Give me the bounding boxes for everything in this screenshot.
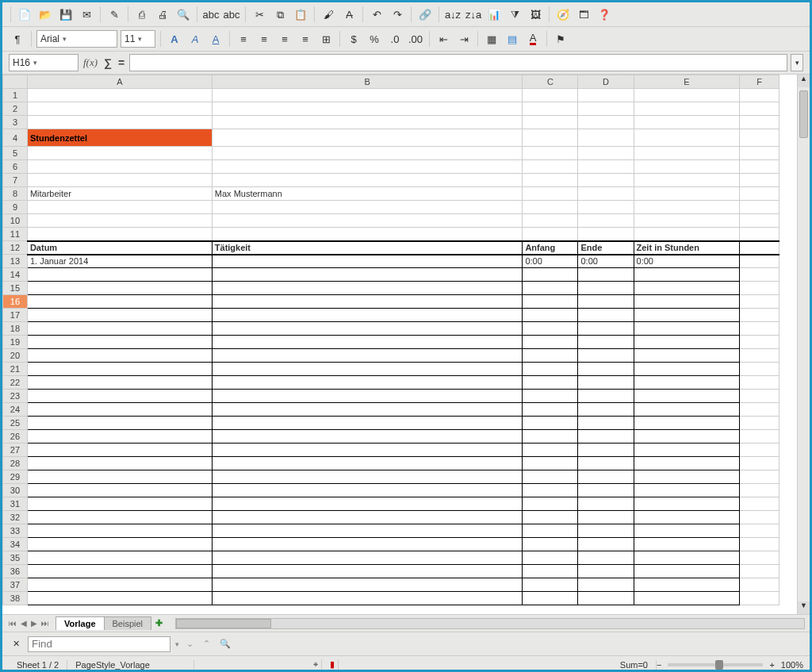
cell[interactable]: [523, 174, 578, 187]
print-preview-icon[interactable]: 🔍: [174, 6, 192, 23]
cell[interactable]: [212, 417, 523, 430]
cell[interactable]: [740, 282, 779, 295]
merge-cells-icon[interactable]: ⊞: [317, 30, 335, 48]
cell[interactable]: [740, 201, 779, 214]
row-header[interactable]: 38: [3, 592, 28, 605]
cell[interactable]: [740, 241, 779, 255]
row-header[interactable]: 29: [3, 470, 28, 484]
find-dropdown-icon[interactable]: ▾: [175, 640, 179, 648]
cell[interactable]: [212, 565, 523, 578]
cell[interactable]: [27, 551, 212, 565]
cell[interactable]: [523, 524, 578, 538]
cell[interactable]: [634, 565, 740, 578]
find-prev-icon[interactable]: ⌃: [201, 639, 213, 649]
zoom-knob[interactable]: [715, 660, 723, 670]
cell[interactable]: [523, 336, 578, 349]
tab-prev-icon[interactable]: ◀: [19, 619, 29, 628]
cell[interactable]: [523, 228, 578, 241]
undo-icon[interactable]: ↶: [368, 6, 385, 23]
cell[interactable]: [740, 390, 779, 403]
row-header[interactable]: 7: [3, 174, 28, 187]
copy-icon[interactable]: ⧉: [271, 6, 289, 23]
horizontal-scrollbar[interactable]: [175, 618, 805, 629]
cell[interactable]: [578, 201, 634, 214]
cell[interactable]: [523, 565, 578, 578]
background-color-icon[interactable]: ▤: [504, 30, 521, 48]
sheet-tab-beispiel[interactable]: Beispiel: [104, 616, 152, 630]
cell[interactable]: [27, 376, 212, 390]
cell[interactable]: [212, 578, 523, 592]
cell[interactable]: [523, 538, 578, 551]
cell[interactable]: [740, 228, 779, 241]
cell[interactable]: [634, 228, 740, 241]
cell[interactable]: [523, 390, 578, 403]
spreadsheet-grid[interactable]: ABCDEF 1234Stundenzettel5678MitarbeiterM…: [2, 75, 779, 605]
table-data-cell[interactable]: 1. Januar 2014: [27, 255, 212, 268]
cell[interactable]: [212, 214, 523, 228]
cell[interactable]: [27, 390, 212, 403]
cell[interactable]: [212, 336, 523, 349]
row-header[interactable]: 11: [3, 228, 28, 241]
cell[interactable]: [740, 336, 779, 349]
cell[interactable]: [578, 116, 634, 129]
cell[interactable]: [740, 497, 779, 511]
cell[interactable]: [578, 309, 634, 322]
filter-icon[interactable]: ⧩: [506, 6, 523, 23]
table-header-cell[interactable]: Tätigkeit: [212, 241, 523, 255]
cell[interactable]: [634, 129, 740, 147]
sheet-tab-vorlage[interactable]: Vorlage: [56, 616, 105, 630]
cell[interactable]: [740, 511, 779, 524]
cell[interactable]: [578, 417, 634, 430]
row-header[interactable]: 22: [3, 376, 28, 390]
cell[interactable]: [27, 470, 212, 484]
row-header[interactable]: 32: [3, 511, 28, 524]
cell[interactable]: [634, 524, 740, 538]
align-center-icon[interactable]: ≡: [255, 30, 273, 48]
column-header[interactable]: B: [212, 75, 523, 89]
table-data-cell[interactable]: 0:00: [523, 255, 578, 268]
cell[interactable]: [578, 322, 634, 336]
cell[interactable]: [634, 336, 740, 349]
cell[interactable]: [27, 201, 212, 214]
cell[interactable]: [578, 524, 634, 538]
scroll-up-icon[interactable]: ▲: [798, 75, 810, 87]
cell[interactable]: [578, 282, 634, 295]
percent-icon[interactable]: %: [366, 30, 383, 48]
cell[interactable]: [212, 349, 523, 363]
hscroll-thumb[interactable]: [176, 619, 271, 628]
row-header[interactable]: 20: [3, 349, 28, 363]
close-find-icon[interactable]: ✕: [9, 637, 23, 651]
cell[interactable]: [578, 376, 634, 390]
cell[interactable]: [740, 187, 779, 201]
cell[interactable]: [578, 390, 634, 403]
cell[interactable]: [578, 174, 634, 187]
cell[interactable]: [578, 592, 634, 605]
cell[interactable]: [634, 309, 740, 322]
cell[interactable]: [212, 228, 523, 241]
bold-icon[interactable]: A: [166, 30, 183, 48]
cell[interactable]: [523, 484, 578, 497]
cell[interactable]: [740, 417, 779, 430]
cell[interactable]: [578, 511, 634, 524]
cell[interactable]: [523, 430, 578, 444]
cell[interactable]: [578, 444, 634, 457]
cell[interactable]: [740, 444, 779, 457]
cell[interactable]: [634, 147, 740, 160]
cell[interactable]: [740, 470, 779, 484]
cell[interactable]: [212, 322, 523, 336]
table-header-cell[interactable]: Ende: [578, 241, 634, 255]
cell[interactable]: [578, 403, 634, 417]
cell[interactable]: [212, 147, 523, 160]
cell[interactable]: [740, 349, 779, 363]
cell[interactable]: [740, 524, 779, 538]
cell[interactable]: [578, 336, 634, 349]
cell[interactable]: [634, 322, 740, 336]
row-header[interactable]: 19: [3, 336, 28, 349]
vertical-scrollbar[interactable]: ▲ ▼: [797, 75, 810, 614]
cell[interactable]: [212, 592, 523, 605]
cell[interactable]: [634, 89, 740, 102]
column-header[interactable]: E: [634, 75, 740, 89]
cell[interactable]: [634, 102, 740, 116]
cell[interactable]: [212, 116, 523, 129]
row-header[interactable]: 23: [3, 390, 28, 403]
